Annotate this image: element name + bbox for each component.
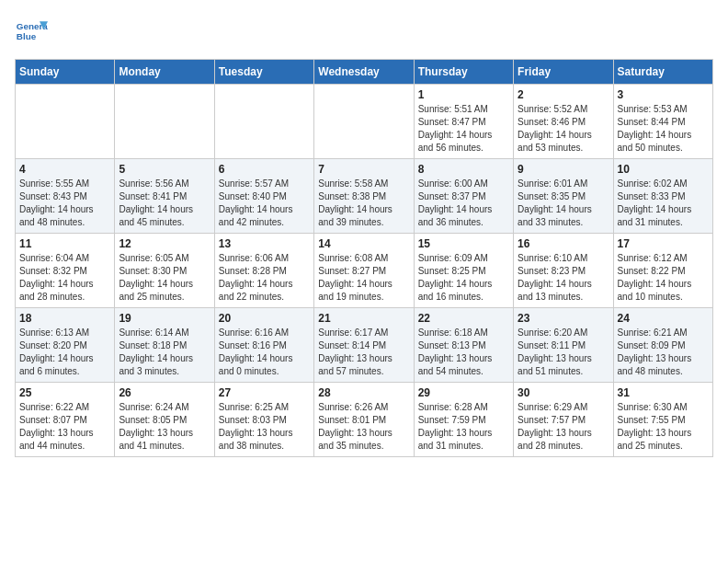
- day-info: Sunrise: 6:04 AM Sunset: 8:32 PM Dayligh…: [19, 252, 110, 304]
- day-info: Sunrise: 5:55 AM Sunset: 8:43 PM Dayligh…: [19, 178, 110, 229]
- day-number: 12: [119, 237, 210, 250]
- day-info: Sunrise: 6:29 AM Sunset: 7:57 PM Dayligh…: [518, 401, 609, 453]
- calendar-cell: 16Sunrise: 6:10 AM Sunset: 8:23 PM Dayli…: [514, 234, 613, 308]
- svg-text:Blue: Blue: [17, 31, 37, 41]
- calendar-cell: 5Sunrise: 5:56 AM Sunset: 8:41 PM Daylig…: [115, 159, 214, 234]
- day-number: 4: [19, 163, 110, 176]
- calendar-cell: 24Sunrise: 6:21 AM Sunset: 8:09 PM Dayli…: [613, 308, 712, 383]
- calendar-cell: [214, 85, 313, 159]
- calendar-cell: 7Sunrise: 5:58 AM Sunset: 8:38 PM Daylig…: [314, 159, 414, 234]
- day-info: Sunrise: 6:13 AM Sunset: 8:20 PM Dayligh…: [19, 327, 110, 378]
- day-number: 27: [219, 386, 310, 399]
- day-number: 21: [318, 312, 409, 325]
- day-info: Sunrise: 6:17 AM Sunset: 8:14 PM Dayligh…: [318, 327, 409, 378]
- calendar-cell: 18Sunrise: 6:13 AM Sunset: 8:20 PM Dayli…: [16, 308, 115, 383]
- calendar-cell: 9Sunrise: 6:01 AM Sunset: 8:35 PM Daylig…: [514, 159, 613, 234]
- calendar-cell: 31Sunrise: 6:30 AM Sunset: 7:55 PM Dayli…: [613, 383, 712, 457]
- day-number: 13: [219, 237, 310, 250]
- calendar-cell: 11Sunrise: 6:04 AM Sunset: 8:32 PM Dayli…: [16, 234, 115, 308]
- day-number: 2: [518, 88, 609, 101]
- weekday-header-friday: Friday: [514, 60, 613, 85]
- day-info: Sunrise: 6:30 AM Sunset: 7:55 PM Dayligh…: [618, 401, 709, 453]
- day-number: 25: [19, 386, 110, 399]
- day-number: 15: [418, 237, 509, 250]
- day-info: Sunrise: 6:05 AM Sunset: 8:30 PM Dayligh…: [119, 252, 210, 304]
- day-info: Sunrise: 6:10 AM Sunset: 8:23 PM Dayligh…: [518, 252, 609, 304]
- day-number: 14: [318, 237, 409, 250]
- weekday-header-wednesday: Wednesday: [314, 60, 414, 85]
- calendar-cell: [16, 85, 115, 159]
- day-number: 1: [418, 88, 509, 101]
- weekday-header-tuesday: Tuesday: [214, 60, 313, 85]
- day-number: 23: [518, 312, 609, 325]
- day-info: Sunrise: 6:28 AM Sunset: 7:59 PM Dayligh…: [418, 401, 509, 453]
- day-number: 31: [618, 386, 709, 399]
- calendar-cell: 19Sunrise: 6:14 AM Sunset: 8:18 PM Dayli…: [115, 308, 214, 383]
- day-info: Sunrise: 5:51 AM Sunset: 8:47 PM Dayligh…: [418, 103, 509, 155]
- day-info: Sunrise: 5:58 AM Sunset: 8:38 PM Dayligh…: [318, 178, 409, 229]
- day-number: 24: [618, 312, 709, 325]
- calendar-cell: 10Sunrise: 6:02 AM Sunset: 8:33 PM Dayli…: [613, 159, 712, 234]
- calendar-cell: [115, 85, 214, 159]
- weekday-header-thursday: Thursday: [414, 60, 513, 85]
- calendar-cell: 26Sunrise: 6:24 AM Sunset: 8:05 PM Dayli…: [115, 383, 214, 457]
- logo-icon: General Blue: [15, 15, 48, 48]
- day-info: Sunrise: 6:22 AM Sunset: 8:07 PM Dayligh…: [19, 401, 110, 453]
- day-info: Sunrise: 5:57 AM Sunset: 8:40 PM Dayligh…: [219, 178, 310, 229]
- day-info: Sunrise: 6:09 AM Sunset: 8:25 PM Dayligh…: [418, 252, 509, 304]
- page-header: General Blue: [15, 15, 713, 48]
- day-number: 8: [418, 163, 509, 176]
- day-info: Sunrise: 6:08 AM Sunset: 8:27 PM Dayligh…: [318, 252, 409, 304]
- calendar-cell: 20Sunrise: 6:16 AM Sunset: 8:16 PM Dayli…: [214, 308, 313, 383]
- calendar-cell: 6Sunrise: 5:57 AM Sunset: 8:40 PM Daylig…: [214, 159, 313, 234]
- logo: General Blue: [15, 15, 48, 48]
- day-number: 18: [19, 312, 110, 325]
- day-number: 10: [618, 163, 709, 176]
- day-info: Sunrise: 6:06 AM Sunset: 8:28 PM Dayligh…: [219, 252, 310, 304]
- calendar-cell: 14Sunrise: 6:08 AM Sunset: 8:27 PM Dayli…: [314, 234, 414, 308]
- day-number: 6: [219, 163, 310, 176]
- day-number: 29: [418, 386, 509, 399]
- day-number: 9: [518, 163, 609, 176]
- day-info: Sunrise: 6:25 AM Sunset: 8:03 PM Dayligh…: [219, 401, 310, 453]
- day-number: 28: [318, 386, 409, 399]
- calendar-cell: 21Sunrise: 6:17 AM Sunset: 8:14 PM Dayli…: [314, 308, 414, 383]
- day-info: Sunrise: 6:02 AM Sunset: 8:33 PM Dayligh…: [618, 178, 709, 229]
- day-number: 26: [119, 386, 210, 399]
- day-info: Sunrise: 6:18 AM Sunset: 8:13 PM Dayligh…: [418, 327, 509, 378]
- day-info: Sunrise: 5:53 AM Sunset: 8:44 PM Dayligh…: [618, 103, 709, 155]
- day-info: Sunrise: 6:14 AM Sunset: 8:18 PM Dayligh…: [119, 327, 210, 378]
- calendar-cell: 3Sunrise: 5:53 AM Sunset: 8:44 PM Daylig…: [613, 85, 712, 159]
- day-number: 5: [119, 163, 210, 176]
- calendar-cell: 8Sunrise: 6:00 AM Sunset: 8:37 PM Daylig…: [414, 159, 513, 234]
- day-info: Sunrise: 6:20 AM Sunset: 8:11 PM Dayligh…: [518, 327, 609, 378]
- day-number: 19: [119, 312, 210, 325]
- calendar-cell: [314, 85, 414, 159]
- calendar-table: SundayMondayTuesdayWednesdayThursdayFrid…: [15, 59, 713, 457]
- weekday-header-monday: Monday: [115, 60, 214, 85]
- calendar-cell: 4Sunrise: 5:55 AM Sunset: 8:43 PM Daylig…: [16, 159, 115, 234]
- calendar-cell: 22Sunrise: 6:18 AM Sunset: 8:13 PM Dayli…: [414, 308, 513, 383]
- day-info: Sunrise: 5:56 AM Sunset: 8:41 PM Dayligh…: [119, 178, 210, 229]
- calendar-cell: 1Sunrise: 5:51 AM Sunset: 8:47 PM Daylig…: [414, 85, 513, 159]
- calendar-cell: 12Sunrise: 6:05 AM Sunset: 8:30 PM Dayli…: [115, 234, 214, 308]
- day-number: 22: [418, 312, 509, 325]
- day-number: 16: [518, 237, 609, 250]
- calendar-cell: 27Sunrise: 6:25 AM Sunset: 8:03 PM Dayli…: [214, 383, 313, 457]
- calendar-cell: 30Sunrise: 6:29 AM Sunset: 7:57 PM Dayli…: [514, 383, 613, 457]
- day-info: Sunrise: 6:16 AM Sunset: 8:16 PM Dayligh…: [219, 327, 310, 378]
- weekday-header-saturday: Saturday: [613, 60, 712, 85]
- calendar-cell: 13Sunrise: 6:06 AM Sunset: 8:28 PM Dayli…: [214, 234, 313, 308]
- day-number: 20: [219, 312, 310, 325]
- day-info: Sunrise: 6:21 AM Sunset: 8:09 PM Dayligh…: [618, 327, 709, 378]
- calendar-cell: 23Sunrise: 6:20 AM Sunset: 8:11 PM Dayli…: [514, 308, 613, 383]
- weekday-header-sunday: Sunday: [16, 60, 115, 85]
- day-number: 11: [19, 237, 110, 250]
- calendar-cell: 25Sunrise: 6:22 AM Sunset: 8:07 PM Dayli…: [16, 383, 115, 457]
- day-number: 3: [618, 88, 709, 101]
- day-info: Sunrise: 6:00 AM Sunset: 8:37 PM Dayligh…: [418, 178, 509, 229]
- day-info: Sunrise: 5:52 AM Sunset: 8:46 PM Dayligh…: [518, 103, 609, 155]
- day-number: 7: [318, 163, 409, 176]
- day-number: 17: [618, 237, 709, 250]
- calendar-cell: 28Sunrise: 6:26 AM Sunset: 8:01 PM Dayli…: [314, 383, 414, 457]
